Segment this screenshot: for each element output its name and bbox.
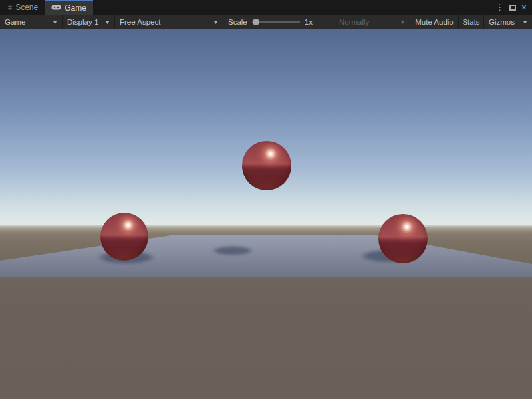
close-icon[interactable]: ×	[521, 4, 527, 11]
tab-game-label: Game	[65, 3, 86, 13]
chevron-down-icon: ▼	[522, 20, 528, 25]
maximize-on-play-dropdown[interactable]: Normally ▼	[334, 15, 410, 29]
tab-scene-label: Scene	[15, 3, 38, 12]
sphere-middle-shadow	[212, 246, 253, 255]
chevron-down-icon: ▼	[52, 20, 58, 25]
display-dropdown[interactable]: Display 1 ▼	[63, 15, 115, 29]
gizmos-dropdown[interactable]: Gizmos ▼	[484, 15, 532, 29]
aspect-ratio-dropdown[interactable]: Free Aspect ▼	[115, 15, 223, 29]
tab-game[interactable]: Game	[45, 0, 93, 15]
red-sphere-middle-airborne	[242, 141, 291, 190]
scale-slider[interactable]	[252, 21, 300, 23]
skybox-gradient	[0, 29, 532, 229]
scale-slider-knob[interactable]	[253, 19, 259, 25]
maximize-on-play-label: Normally	[339, 18, 369, 26]
mute-audio-label: Mute Audio	[415, 18, 454, 26]
scale-label: Scale	[228, 18, 247, 26]
grid-hash-icon: #	[8, 3, 12, 11]
window-controls: ⋮ ×	[496, 0, 532, 15]
scale-control: Scale 1x	[223, 15, 334, 29]
game-view-toolbar: Game ▼ Display 1 ▼ Free Aspect ▼ Scale 1…	[0, 15, 532, 29]
view-mode-dropdown[interactable]: Game ▼	[0, 15, 63, 29]
display-label: Display 1	[67, 18, 98, 26]
chevron-down-icon: ▼	[400, 20, 406, 25]
kebab-menu-icon[interactable]: ⋮	[496, 3, 504, 12]
game-render-viewport[interactable]	[0, 29, 532, 399]
tab-scene[interactable]: # Scene	[1, 0, 45, 15]
tab-bar: # Scene Game ⋮ ×	[0, 0, 532, 15]
gizmos-label: Gizmos	[489, 18, 515, 26]
mute-audio-button[interactable]: Mute Audio	[410, 15, 459, 29]
view-mode-label: Game	[5, 18, 25, 26]
chevron-down-icon: ▼	[104, 20, 110, 25]
stats-button[interactable]: Stats	[459, 15, 484, 29]
red-sphere-left	[100, 213, 148, 261]
stats-label: Stats	[462, 18, 479, 26]
aspect-ratio-label: Free Aspect	[120, 18, 160, 26]
scale-value: 1x	[305, 18, 313, 26]
gamepad-icon	[51, 4, 61, 12]
chevron-down-icon: ▼	[213, 20, 219, 25]
red-sphere-right	[378, 214, 428, 263]
maximize-icon[interactable]	[509, 5, 516, 11]
unity-game-window: # Scene Game ⋮ × Game ▼ Display 1	[0, 0, 532, 399]
